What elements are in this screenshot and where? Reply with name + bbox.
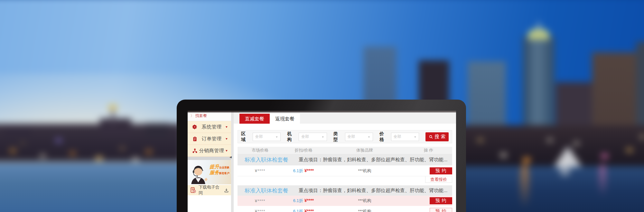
tab-cashback-packages[interactable]: 返现套餐 xyxy=(270,114,300,124)
table-header-row: 市场价格 折扣/价格 体验品牌 操 作 xyxy=(238,147,452,154)
chevron-down-icon: ▼ xyxy=(225,125,228,128)
table-row: ¥**** 6.1折¥**** ***机构 预 约 xyxy=(238,196,452,206)
search-button[interactable]: 搜 索 xyxy=(425,132,449,141)
promo-line2-small: 新老客户 xyxy=(219,172,229,175)
type-select-value: 全部 xyxy=(348,134,355,139)
column-header-operation: 操 作 xyxy=(405,147,452,153)
filter-bar: 区域 全部 ▼ 机构 全部 ▼ 类型 全部 ▼ xyxy=(238,130,452,143)
operation-cell: 预 约 xyxy=(405,197,452,204)
filter-label-region: 区域 xyxy=(241,131,250,143)
price-value: ¥**** xyxy=(304,168,314,173)
gear-icon xyxy=(191,124,198,130)
discount-price-cell: 6.1折¥**** xyxy=(283,198,324,204)
type-select[interactable]: 全部 ▼ xyxy=(345,133,373,141)
org-icon xyxy=(191,148,198,154)
tablet-device: 〉 找套餐 系统管理 ▼ 订单管理 ▼ xyxy=(177,100,466,212)
chevron-down-icon: ▼ xyxy=(322,135,324,138)
find-package-label: 找套餐 xyxy=(195,113,207,119)
left-building xyxy=(4,128,32,138)
action-strip: 查看报价 xyxy=(238,176,452,183)
price-value: ¥**** xyxy=(304,208,314,212)
chevron-down-icon: ▼ xyxy=(275,135,278,138)
space-needle-top xyxy=(108,106,117,110)
package-description: 重点项目：肿瘤筛查，妇科检查、多部位超声检查、肝功能、肾功能... xyxy=(299,157,448,163)
sidebar-item-order-management[interactable]: 订单管理 ▼ xyxy=(188,133,231,145)
main-content: 直减套餐 返现套餐 区域 全部 ▼ 机构 全部 ▼ xyxy=(234,111,456,212)
column-header-discount-price: 折扣/价格 xyxy=(283,147,324,153)
water-left xyxy=(0,163,192,212)
chevron-down-icon: ▼ xyxy=(225,137,228,140)
promo-line2-big: 服务 xyxy=(210,170,219,175)
search-icon xyxy=(429,135,433,139)
light-reflection-white xyxy=(559,162,570,176)
search-button-label: 搜 索 xyxy=(434,134,445,140)
package-description: 重点项目：肿瘤筛查，妇科检查、多部位超声检查、肝功能、肾功能... xyxy=(299,188,448,194)
discount-price-cell: 6.1折¥**** xyxy=(283,208,324,212)
region-select-value: 全部 xyxy=(255,134,263,139)
filter-label-type: 类型 xyxy=(333,131,342,143)
discount-value: 6.1折 xyxy=(293,209,303,212)
brand-cell: ***机构 xyxy=(324,198,405,204)
left-building xyxy=(145,123,169,138)
table-row: ¥**** 6.1折¥**** ***机构 预 约 xyxy=(238,206,452,212)
market-price-cell: ¥**** xyxy=(238,209,283,212)
promo-line1-small: 企业形象 xyxy=(219,166,229,169)
promo-banner[interactable]: 提升企业形象 服务新老客户 xyxy=(188,160,231,184)
customer-service-photo xyxy=(188,164,208,184)
package-title-link[interactable]: 标准入职体检套餐 xyxy=(238,187,299,194)
sidebar: 〉 找套餐 系统管理 ▼ 订单管理 ▼ xyxy=(188,111,231,212)
view-quote-button[interactable]: 查看报价 xyxy=(425,176,452,183)
package-title-link[interactable]: 标准入职体检套餐 xyxy=(238,156,299,163)
price-select-value: 全部 xyxy=(394,134,401,139)
book-button[interactable]: 预 约 xyxy=(430,167,452,174)
discount-value: 6.1折 xyxy=(293,168,303,173)
download-icon xyxy=(224,188,229,193)
group-gap xyxy=(238,183,452,185)
institution-select[interactable]: 全部 ▼ xyxy=(299,133,327,141)
light-reflection-orange xyxy=(520,164,529,208)
tall-tower-spire xyxy=(538,22,540,31)
chevron-down-icon: ▼ xyxy=(225,149,228,152)
operation-cell: 预 约 xyxy=(405,208,452,212)
region-select[interactable]: 全部 ▼ xyxy=(253,133,281,141)
brand-cell: ***机构 xyxy=(324,168,405,174)
clipboard-icon xyxy=(191,136,198,142)
page: 〉 找套餐 系统管理 ▼ 订单管理 ▼ xyxy=(0,0,644,212)
price-value: ¥**** xyxy=(304,198,314,203)
institution-select-value: 全部 xyxy=(301,134,309,139)
tab-direct-discount-packages[interactable]: 直减套餐 xyxy=(239,114,270,124)
screen-top-shadow xyxy=(188,111,456,112)
promo-text: 提升企业形象 服务新老客户 xyxy=(210,164,229,176)
price-select[interactable]: 全部 ▼ xyxy=(391,133,419,141)
light-reflection-pink xyxy=(599,164,606,197)
chevron-right-icon: 〉 xyxy=(191,113,194,118)
filter-label-institution: 机构 xyxy=(287,131,296,143)
book-button[interactable]: 预 约 xyxy=(430,208,452,212)
sidebar-item-distributor-management[interactable]: 分销商管理 ▼ xyxy=(188,145,231,157)
app-screen: 〉 找套餐 系统管理 ▼ 订单管理 ▼ xyxy=(188,111,456,212)
market-price-cell: ¥**** xyxy=(238,168,283,173)
filter-label-price: 价格 xyxy=(379,131,388,143)
package-group-title-row: 标准入职体检套餐 重点项目：肿瘤筛查，妇科检查、多部位超声检查、肝功能、肾功能.… xyxy=(238,185,452,196)
left-building xyxy=(100,119,131,137)
chevron-down-icon: ▼ xyxy=(368,135,370,138)
sidebar-collapse-icon[interactable]: ◀ xyxy=(229,155,232,159)
tab-bar: 直减套餐 返现套餐 xyxy=(234,111,456,124)
chevron-down-icon: ▼ xyxy=(414,135,416,138)
content-area: 区域 全部 ▼ 机构 全部 ▼ 类型 全部 ▼ xyxy=(234,124,456,212)
sidebar-item-system-management[interactable]: 系统管理 ▼ xyxy=(188,121,231,133)
sidebar-empty-area xyxy=(188,195,231,212)
promo-line1-big: 提升 xyxy=(210,164,219,169)
book-button[interactable]: 预 约 xyxy=(430,197,452,204)
space-needle-mast xyxy=(112,109,114,126)
download-contract-label: 下载电子合同 xyxy=(199,184,222,196)
column-header-brand: 体验品牌 xyxy=(324,147,405,153)
download-contract-button[interactable]: 下载电子合同 xyxy=(188,185,231,195)
sidebar-item-label: 系统管理 xyxy=(198,124,225,130)
sidebar-strip xyxy=(188,157,231,160)
sidebar-item-label: 分销商管理 xyxy=(198,148,225,154)
sidebar-item-label: 订单管理 xyxy=(198,136,225,142)
sidebar-divider: ◀ xyxy=(231,111,234,212)
market-price-cell: ¥**** xyxy=(238,199,283,203)
operation-cell: 预 约 xyxy=(405,167,452,174)
